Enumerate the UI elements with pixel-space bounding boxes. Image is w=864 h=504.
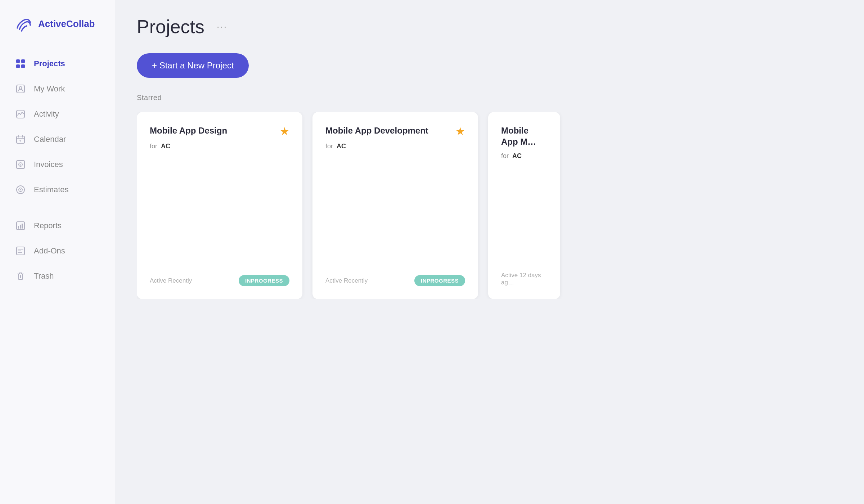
status-badge: INPROGRESS xyxy=(239,275,289,286)
card-footer: Active 12 days ag… xyxy=(501,266,547,286)
project-cards-row: Mobile App Design ★ for AC Active Recent… xyxy=(137,112,842,299)
svg-rect-21 xyxy=(22,224,23,229)
starred-section-label: Starred xyxy=(137,94,842,102)
sidebar-item-label: Reports xyxy=(34,221,62,230)
logo-area: ActiveCollab xyxy=(0,14,115,51)
svg-rect-20 xyxy=(20,225,21,229)
sidebar-item-label: Estimates xyxy=(34,185,69,194)
sidebar-item-calendar[interactable]: 7 Calendar xyxy=(0,127,115,152)
sidebar-item-add-ons[interactable]: Add-Ons xyxy=(0,238,115,264)
card-header: Mobile App Design ★ xyxy=(150,125,289,138)
estimates-icon xyxy=(14,184,27,196)
svg-point-17 xyxy=(20,189,21,190)
page-title: Projects xyxy=(137,16,204,37)
main-content: Projects ··· + Start a New Project Starr… xyxy=(115,0,864,504)
card-client: for AC xyxy=(150,143,289,150)
my-work-icon xyxy=(14,83,27,95)
project-card[interactable]: Mobile App Development ★ for AC Active R… xyxy=(312,112,478,299)
card-client: for AC xyxy=(325,143,465,150)
sidebar-item-label: My Work xyxy=(34,84,65,94)
sidebar-item-label: Activity xyxy=(34,109,59,119)
sidebar-item-label: Add-Ons xyxy=(34,246,65,256)
trash-icon xyxy=(14,270,27,282)
start-new-project-button[interactable]: + Start a New Project xyxy=(137,53,249,78)
status-badge: INPROGRESS xyxy=(414,275,465,286)
sidebar-item-activity[interactable]: Activity xyxy=(0,102,115,127)
sidebar-item-label: Calendar xyxy=(34,135,66,144)
card-active-text: Active Recently xyxy=(150,277,192,284)
logo-icon xyxy=(14,14,33,33)
sidebar-item-trash[interactable]: Trash xyxy=(0,264,115,289)
sidebar-item-label: Projects xyxy=(34,59,65,68)
card-title: Mobile App Development xyxy=(325,125,455,136)
sidebar-item-label: Trash xyxy=(34,271,54,281)
card-client-name: AC xyxy=(161,143,170,150)
svg-rect-1 xyxy=(21,59,25,63)
card-footer: Active Recently INPROGRESS xyxy=(150,269,289,286)
svg-rect-0 xyxy=(16,59,20,63)
sidebar-item-projects[interactable]: Projects xyxy=(0,51,115,76)
project-card[interactable]: Mobile App Design ★ for AC Active Recent… xyxy=(137,112,302,299)
add-ons-icon xyxy=(14,245,27,257)
page-header: Projects ··· xyxy=(137,16,842,37)
reports-icon xyxy=(14,220,27,232)
sidebar-item-label: Invoices xyxy=(34,160,63,169)
calendar-icon: 7 xyxy=(14,133,27,145)
activity-icon xyxy=(14,108,27,120)
card-header: Mobile App Development ★ xyxy=(325,125,465,138)
svg-text:$: $ xyxy=(20,163,22,167)
card-client: for AC xyxy=(501,152,547,160)
app-name: ActiveCollab xyxy=(38,18,95,30)
card-client-name: AC xyxy=(512,152,522,159)
star-icon[interactable]: ★ xyxy=(280,125,289,138)
svg-rect-19 xyxy=(18,226,19,229)
card-title: Mobile App M… xyxy=(501,125,547,147)
svg-point-5 xyxy=(19,87,22,89)
page-menu-button[interactable]: ··· xyxy=(213,19,231,35)
card-title: Mobile App Design xyxy=(150,125,280,136)
card-footer: Active Recently INPROGRESS xyxy=(325,269,465,286)
card-active-text: Active 12 days ag… xyxy=(501,272,547,286)
svg-rect-3 xyxy=(21,64,25,68)
card-header: Mobile App M… xyxy=(501,125,547,147)
sidebar: ActiveCollab Projects My Work xyxy=(0,0,115,504)
svg-rect-2 xyxy=(16,64,20,68)
invoices-icon: $ xyxy=(14,158,27,171)
card-client-name: AC xyxy=(337,143,346,150)
project-card-partial[interactable]: Mobile App M… for AC Active 12 days ag… xyxy=(488,112,560,299)
sidebar-item-estimates[interactable]: Estimates xyxy=(0,177,115,202)
star-icon[interactable]: ★ xyxy=(455,125,465,138)
sidebar-item-reports[interactable]: Reports xyxy=(0,213,115,238)
card-active-text: Active Recently xyxy=(325,277,368,284)
sidebar-item-my-work[interactable]: My Work xyxy=(0,76,115,102)
projects-icon xyxy=(14,58,27,70)
sidebar-item-invoices[interactable]: $ Invoices xyxy=(0,152,115,177)
svg-text:7: 7 xyxy=(19,140,21,143)
